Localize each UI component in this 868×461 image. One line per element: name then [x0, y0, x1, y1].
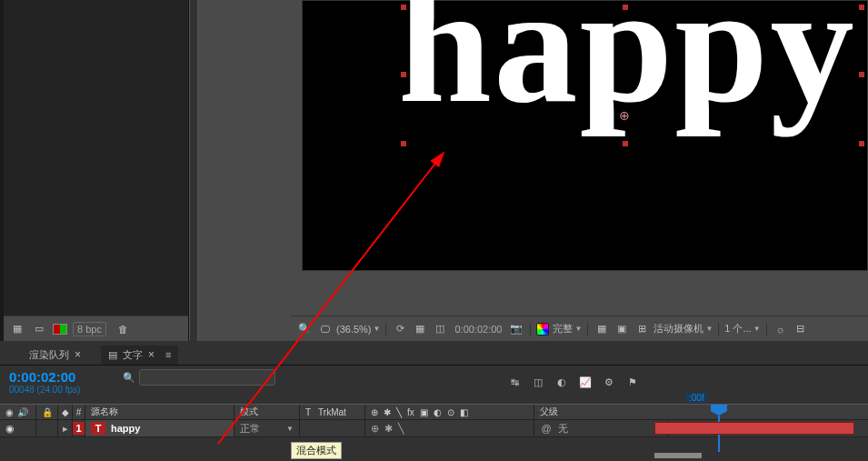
trkmat-dropdown[interactable] [300, 420, 365, 436]
layer-number: 1 [73, 422, 84, 435]
3d-icon: ◧ [460, 407, 468, 417]
col-visibility: ◉ 🔊 [0, 405, 36, 419]
trash-icon[interactable]: 🗑 [115, 321, 132, 337]
close-icon[interactable]: × [148, 348, 155, 361]
twirl-arrow-icon[interactable]: ▸ [63, 423, 68, 435]
viewer-toolbar: 🔍 🖵 (36.5%) ▼ ⟳ ▦ ◫ 0:00:02:00 📷 完整 ▼ ▦ … [291, 316, 868, 341]
shy-toggle-icon[interactable]: ⊕ [371, 423, 379, 435]
selection-handle[interactable] [401, 141, 406, 146]
resolution-icon[interactable]: ⟳ [392, 321, 408, 337]
motion-blur-col-icon: ◐ [434, 407, 442, 417]
composition-viewer: happy ⊕ 🔍 🖵 (36.5%) ▼ ⟳ ▦ ◫ 0:00:02:00 📷 [291, 0, 868, 341]
parent-dropdown[interactable]: @ 无 ▼ [534, 420, 669, 436]
graph-editor-icon[interactable]: 📈 [577, 374, 594, 390]
tab-label: 渲染队列 [29, 348, 69, 362]
anchor-point-icon[interactable]: ⊕ [619, 108, 630, 123]
blend-mode-dropdown[interactable]: 正常 ▼ [234, 420, 300, 436]
chevron-down-icon: ▼ [286, 425, 294, 433]
selection-handle[interactable] [623, 5, 628, 10]
region-icon[interactable]: ▣ [614, 321, 630, 337]
selection-handle[interactable] [401, 72, 406, 77]
magnify-icon[interactable]: 🔍 [296, 321, 313, 337]
layer-track [654, 420, 868, 437]
playhead-icon[interactable] [711, 405, 727, 416]
chevron-down-icon: ▼ [753, 325, 761, 333]
project-panel-footer: ▦ ▭ 8 bpc 🗑 [4, 316, 188, 341]
layer-search-input[interactable] [139, 369, 275, 386]
panel-menu-icon[interactable]: ≡ [165, 349, 171, 360]
current-time[interactable]: 0:00:02:00 [452, 324, 504, 335]
col-lock: 🔒 [36, 405, 58, 419]
transparency-grid-icon[interactable]: ⊞ [634, 321, 650, 337]
tooltip: 混合模式 [291, 442, 342, 459]
time-ruler[interactable]: :00f [654, 404, 868, 420]
new-folder-icon[interactable]: ▭ [31, 321, 47, 337]
timeline-icon[interactable]: ⊟ [793, 321, 809, 337]
grid-icon[interactable]: ▦ [594, 321, 610, 337]
col-source[interactable]: 源名称 [85, 405, 234, 419]
snapshot-icon[interactable]: 📷 [508, 321, 524, 337]
timeline-aux-controls: ↹ ◫ ◐ 📈 ⚙ ⚑ [454, 373, 650, 391]
interpret-footage-icon[interactable]: ▦ [9, 321, 25, 337]
selection-handle[interactable] [623, 141, 628, 146]
bpc-button[interactable]: 8 bpc [73, 322, 106, 336]
zoom-value: (36.5%) [336, 324, 372, 335]
col-trkmat[interactable]: T TrkMat [300, 405, 365, 419]
timeline-panel: 渲染队列 × ▤ 文字 × ≡ 0:00:02:00 00048 (24.00 … [0, 341, 868, 461]
timeline-tabs: 渲染队列 × ▤ 文字 × ≡ [0, 341, 868, 365]
close-icon[interactable]: × [75, 348, 81, 361]
pickwhip-icon[interactable]: @ [540, 423, 553, 434]
eye-icon: ◉ [5, 407, 14, 417]
col-num: # [73, 405, 85, 419]
chevron-down-icon: ▼ [374, 325, 381, 333]
shy-toggle-icon[interactable]: ↹ [506, 374, 523, 390]
shy-icon: ⊕ [371, 407, 378, 417]
current-timecode[interactable]: 0:00:02:00 [9, 369, 111, 385]
composition-canvas[interactable]: happy ⊕ [302, 0, 868, 271]
draft-3d-icon[interactable]: ⚙ [601, 374, 617, 390]
eye-toggle-icon[interactable]: ◉ [5, 423, 15, 435]
lock-icon: 🔒 [42, 407, 53, 417]
col-label: ◆ [58, 405, 73, 419]
selection-handle[interactable] [859, 141, 864, 146]
safe-zones-icon[interactable]: ▦ [412, 321, 428, 337]
tag-icon: ◆ [62, 407, 69, 417]
col-parent[interactable]: 父级 [534, 405, 669, 419]
text-layer-icon: T [91, 422, 105, 435]
settings-icon[interactable]: ⚑ [624, 374, 641, 390]
selection-handle[interactable] [859, 72, 864, 77]
zoom-scrollbar[interactable] [654, 453, 702, 458]
views-dropdown[interactable]: 1 个... ▼ [724, 321, 760, 337]
camera-value: 活动摄像机 [653, 322, 703, 336]
mask-toggle-icon[interactable]: ◫ [432, 321, 448, 337]
fx-icon: fx [407, 407, 414, 417]
quality-dropdown[interactable]: 完整 ▼ [553, 321, 582, 337]
tab-render-queue[interactable]: 渲染队列 × [22, 346, 88, 365]
layer-switches[interactable]: ⊕ ✱ ╲ [365, 420, 534, 436]
search-icon: 🔍 [123, 372, 135, 384]
chevron-down-icon: ▼ [574, 325, 582, 333]
selection-handle[interactable] [401, 5, 406, 10]
color-depth-swatch-icon [53, 324, 67, 335]
tab-composition[interactable]: ▤ 文字 × ≡ [101, 346, 178, 365]
views-value: 1 个... [724, 322, 751, 336]
layer-name[interactable]: happy [111, 423, 140, 434]
layer-duration-bar[interactable] [654, 422, 854, 435]
quality-value: 完整 [553, 322, 573, 336]
chevron-down-icon: ▼ [705, 325, 713, 333]
tab-label: 文字 [123, 348, 143, 362]
col-mode[interactable]: 模式 [234, 405, 300, 419]
comp-icon: ▤ [108, 349, 117, 361]
camera-dropdown[interactable]: 活动摄像机 ▼ [653, 321, 713, 337]
monitor-icon[interactable]: 🖵 [316, 321, 333, 337]
selection-handle[interactable] [859, 5, 864, 10]
timeline-track-area: :00f [654, 404, 868, 458]
timecode-block: 0:00:02:00 00048 (24.00 fps) [0, 366, 116, 395]
zoom-dropdown[interactable]: (36.5%) ▼ [336, 321, 380, 337]
frame-blend-icon[interactable]: ◫ [530, 374, 546, 390]
playhead-time-label: :00f [685, 393, 708, 403]
exposure-icon[interactable]: ☼ [773, 321, 789, 337]
speaker-icon: 🔊 [17, 407, 28, 417]
motion-blur-icon[interactable]: ◐ [554, 374, 570, 390]
channel-swatch-icon[interactable] [536, 323, 549, 336]
